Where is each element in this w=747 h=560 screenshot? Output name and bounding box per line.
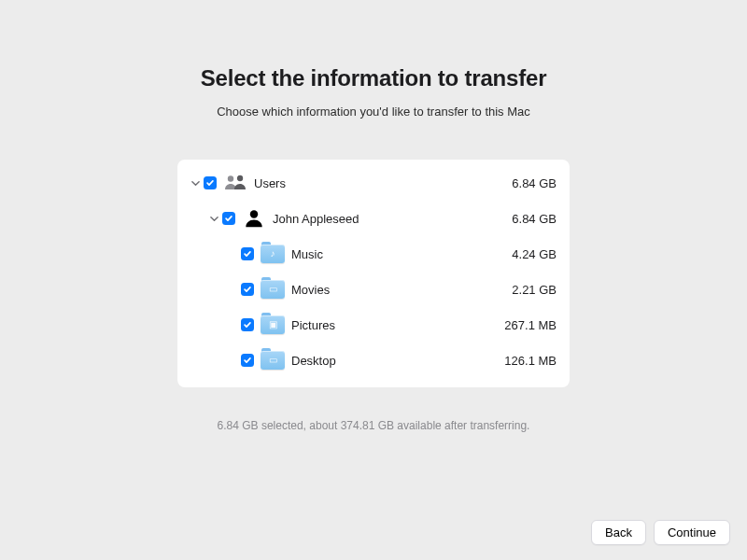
label-desktop: Desktop: [291, 354, 491, 368]
label-users: Users: [254, 176, 491, 190]
chevron-down-icon[interactable]: [209, 214, 218, 223]
continue-button[interactable]: Continue: [654, 520, 730, 545]
user-silhouette-icon: [241, 205, 267, 231]
size-music: 4.24 GB: [491, 247, 557, 261]
folder-movies-icon: ▭: [260, 276, 286, 302]
tree-row-pictures[interactable]: ▣ Pictures 267.1 MB: [177, 307, 570, 343]
checkbox-music[interactable]: [241, 247, 254, 260]
tree-row-music[interactable]: ♪ Music 4.24 GB: [177, 236, 570, 272]
status-text: 6.84 GB selected, about 374.81 GB availa…: [218, 419, 530, 432]
tree-row-movies[interactable]: ▭ Movies 2.21 GB: [177, 272, 570, 307]
folder-pictures-icon: ▣: [260, 312, 286, 338]
label-pictures: Pictures: [291, 318, 491, 332]
chevron-down-icon[interactable]: [190, 178, 200, 188]
label-user: John Appleseed: [273, 212, 491, 226]
size-user: 6.84 GB: [491, 212, 557, 226]
checkbox-movies[interactable]: [241, 283, 254, 296]
size-users: 6.84 GB: [491, 176, 557, 190]
migration-assistant-window: Select the information to transfer Choos…: [0, 0, 747, 560]
checkbox-pictures[interactable]: [241, 318, 254, 331]
back-button[interactable]: Back: [591, 520, 646, 545]
size-desktop: 126.1 MB: [491, 354, 557, 368]
transfer-tree-panel: Users 6.84 GB John Appleseed 6.84 GB: [177, 160, 570, 387]
tree-row-user[interactable]: John Appleseed 6.84 GB: [177, 201, 570, 236]
checkbox-user[interactable]: [222, 212, 235, 225]
svg-point-1: [237, 175, 243, 181]
page-subtitle: Choose which information you'd like to t…: [217, 105, 530, 119]
label-movies: Movies: [291, 283, 491, 297]
page-title: Select the information to transfer: [201, 65, 547, 91]
folder-music-icon: ♪: [260, 241, 286, 267]
tree-row-desktop[interactable]: ▭ Desktop 126.1 MB: [177, 343, 570, 378]
checkbox-desktop[interactable]: [241, 354, 254, 367]
checkbox-users[interactable]: [204, 176, 217, 189]
users-group-icon: [222, 170, 248, 196]
size-movies: 2.21 GB: [491, 283, 557, 297]
svg-point-2: [250, 210, 258, 217]
svg-point-0: [228, 175, 233, 181]
label-music: Music: [291, 247, 491, 261]
footer-buttons: Back Continue: [591, 520, 730, 545]
size-pictures: 267.1 MB: [491, 318, 557, 332]
tree-row-users[interactable]: Users 6.84 GB: [177, 165, 570, 201]
folder-desktop-icon: ▭: [260, 347, 286, 373]
